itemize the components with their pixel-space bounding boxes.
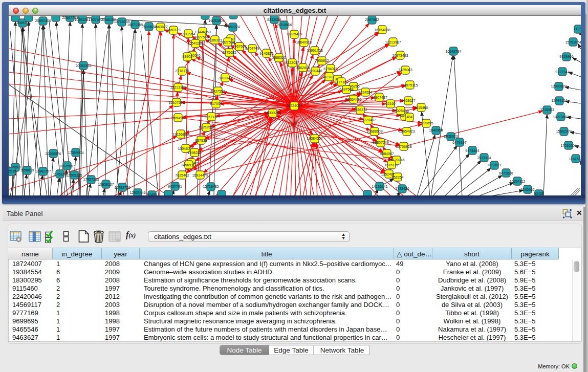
svg-text:10756928: 10756928	[396, 145, 411, 148]
svg-text:9327503: 9327503	[194, 35, 208, 39]
svg-text:62160: 62160	[385, 102, 396, 105]
svg-text:10688609: 10688609	[366, 129, 382, 133]
svg-text:16543382: 16543382	[187, 41, 203, 45]
svg-text:8471626: 8471626	[499, 171, 513, 175]
svg-text:6794028: 6794028	[323, 67, 337, 71]
svg-text:98901: 98901	[182, 55, 192, 58]
svg-text:1588520: 1588520	[272, 56, 286, 59]
svg-text:3875685: 3875685	[222, 51, 236, 54]
svg-text:10210643: 10210643	[553, 115, 569, 119]
svg-text:16640910: 16640910	[296, 40, 312, 44]
svg-text:8813054: 8813054	[267, 18, 281, 21]
svg-text:18807249: 18807249	[373, 141, 388, 144]
svg-text:10961758: 10961758	[307, 49, 322, 52]
svg-text:19654923: 19654923	[170, 116, 186, 120]
svg-text:16154838: 16154838	[374, 28, 390, 32]
svg-text:10654112: 10654112	[510, 180, 526, 183]
svg-text:17359924: 17359924	[68, 151, 83, 155]
svg-text:9463627: 9463627	[401, 99, 415, 102]
svg-text:9457791: 9457791	[168, 185, 182, 188]
svg-text:8186323: 8186323	[208, 38, 222, 42]
svg-text:19166829: 19166829	[172, 133, 188, 136]
svg-text:9329966: 9329966	[559, 55, 573, 58]
svg-text:9245652: 9245652	[520, 188, 534, 191]
svg-text:10973493: 10973493	[392, 54, 408, 57]
svg-text:484: 484	[406, 115, 412, 119]
svg-text:7625402: 7625402	[175, 173, 189, 177]
svg-text:9474444: 9474444	[465, 149, 479, 152]
svg-text:1498222: 1498222	[187, 151, 201, 155]
svg-text:8912954: 8912954	[181, 32, 195, 36]
svg-text:8990448: 8990448	[308, 69, 322, 73]
svg-text:7386372: 7386372	[353, 108, 367, 112]
svg-text:9327508: 9327508	[221, 40, 234, 44]
svg-text:1156819: 1156819	[20, 168, 34, 172]
svg-text:7857224: 7857224	[226, 25, 239, 29]
svg-text:15751074: 15751074	[565, 40, 581, 44]
svg-text:15720407: 15720407	[360, 118, 376, 122]
svg-text:3267130: 3267130	[204, 115, 218, 119]
svg-text:9084067: 9084067	[380, 152, 394, 156]
svg-text:8454749: 8454749	[245, 47, 259, 50]
svg-text:19218506: 19218506	[276, 23, 292, 27]
svg-text:15692971: 15692971	[556, 129, 572, 133]
svg-text:9227342: 9227342	[555, 70, 569, 74]
svg-text:12093877: 12093877	[551, 84, 567, 88]
svg-text:18300295: 18300295	[265, 111, 280, 115]
svg-text:13353594: 13353594	[198, 125, 214, 129]
svg-text:16914479: 16914479	[192, 173, 208, 177]
svg-text:2087682: 2087682	[365, 18, 379, 21]
svg-text:8938923: 8938923	[444, 135, 458, 138]
svg-text:92450: 92450	[534, 192, 544, 195]
svg-text:15716485: 15716485	[203, 185, 219, 188]
svg-text:0899695: 0899695	[419, 121, 433, 125]
svg-text:3624554: 3624554	[358, 91, 372, 94]
svg-text:8322037: 8322037	[285, 61, 299, 64]
svg-text:14136141: 14136141	[372, 185, 387, 188]
svg-text:10807487: 10807487	[371, 96, 387, 99]
svg-text:9115460: 9115460	[415, 106, 428, 110]
svg-text:1145194: 1145194	[53, 172, 67, 176]
svg-text:16671355: 16671355	[127, 23, 143, 27]
svg-text:19384554: 19384554	[307, 137, 322, 140]
svg-text:1733426: 1733426	[395, 187, 409, 190]
svg-text:1167534: 1167534	[569, 157, 581, 161]
svg-text:12975115: 12975115	[402, 83, 418, 87]
svg-text:8660123: 8660123	[166, 28, 180, 32]
svg-text:17957225: 17957225	[83, 178, 99, 181]
svg-text:17016504: 17016504	[560, 144, 576, 147]
svg-text:2718176: 2718176	[175, 69, 189, 73]
svg-text:7632621: 7632621	[487, 163, 501, 167]
svg-text:12213967: 12213967	[385, 40, 401, 44]
svg-text:9146821: 9146821	[259, 52, 273, 55]
svg-text:6497568: 6497568	[339, 87, 353, 91]
svg-text:7485003: 7485003	[398, 68, 412, 72]
svg-text:10958107: 10958107	[98, 183, 114, 186]
svg-text:20053346: 20053346	[75, 64, 91, 68]
svg-text:10025433: 10025433	[393, 109, 408, 113]
svg-text:10853287: 10853287	[74, 18, 90, 21]
svg-text:12213389: 12213389	[170, 85, 186, 89]
svg-text:16648784: 16648784	[445, 50, 461, 53]
svg-text:917004: 917004	[210, 102, 222, 105]
svg-text:11325419: 11325419	[287, 32, 302, 36]
svg-text:12505135: 12505135	[66, 173, 82, 177]
svg-text:9777169: 9777169	[334, 80, 348, 84]
svg-text:14569117: 14569117	[181, 163, 197, 167]
svg-text:15915: 15915	[9, 169, 16, 173]
svg-text:252254: 252254	[391, 176, 403, 179]
svg-text:7663822: 7663822	[154, 25, 167, 29]
svg-text:7955812: 7955812	[315, 59, 329, 62]
svg-text:92450: 92450	[147, 193, 157, 195]
svg-text:11175: 11175	[574, 27, 581, 31]
svg-text:16033809: 16033809	[208, 19, 224, 23]
svg-text:20691406: 20691406	[35, 19, 51, 23]
svg-text:6479197: 6479197	[452, 141, 466, 144]
svg-text:1640954: 1640954	[429, 128, 443, 132]
svg-text:1615132: 1615132	[384, 163, 398, 167]
svg-text:1527602: 1527602	[89, 18, 102, 21]
svg-text:3215953: 3215953	[540, 108, 554, 112]
svg-text:12923446: 12923446	[129, 191, 145, 194]
svg-text:2933114: 2933114	[477, 156, 491, 160]
svg-text:2803144: 2803144	[218, 76, 232, 80]
